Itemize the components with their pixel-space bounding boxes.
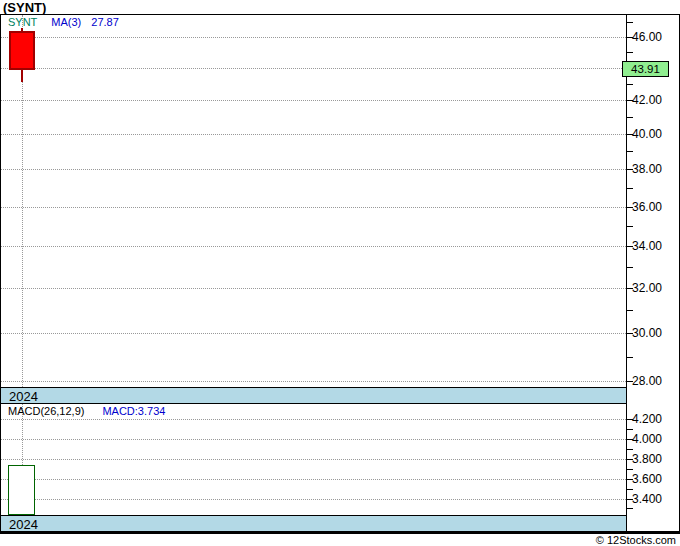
macd-bar	[8, 465, 35, 515]
chart-frame: SYNTMA(3)27.87 2024 MACD(26,12,9)MACD:3.…	[0, 14, 680, 534]
last-price-label: 43.91	[622, 61, 669, 77]
h-gridline	[1, 68, 626, 69]
h-gridline	[1, 381, 626, 382]
h-gridline	[1, 459, 626, 460]
axis-tick-label: 28.00	[632, 374, 662, 388]
axis-minor-tick	[626, 117, 633, 118]
h-gridline	[1, 169, 626, 170]
legend-ma-label: MA(3)	[51, 16, 81, 28]
axis-minor-tick	[626, 84, 633, 85]
macd-panel: MACD(26,12,9)MACD:3.734	[1, 404, 626, 515]
axis-tick-label: 3.400	[632, 492, 662, 506]
year-label: 2024	[9, 517, 38, 532]
axis-tick-label: 46.00	[632, 30, 662, 44]
h-gridline	[1, 419, 626, 420]
macd-legend: MACD(26,12,9)MACD:3.734	[8, 405, 165, 417]
footer: © 12Stocks.com	[0, 534, 676, 546]
h-gridline	[1, 479, 626, 480]
axis-minor-tick	[626, 226, 633, 227]
h-gridline	[1, 207, 626, 208]
axis-minor-tick	[626, 449, 633, 450]
axis-tick-label: 3.800	[632, 452, 662, 466]
axis-minor-tick	[626, 22, 633, 23]
page-title: (SYNT)	[3, 0, 46, 14]
h-gridline	[1, 439, 626, 440]
axis-tick-label: 40.00	[632, 127, 662, 141]
axis-tick-label: 4.200	[632, 412, 662, 426]
axis-tick-label: 30.00	[632, 326, 662, 340]
axis-minor-tick	[626, 469, 633, 470]
axis-minor-tick	[626, 508, 633, 509]
h-gridline	[1, 100, 626, 101]
axis-tick-label: 4.000	[632, 432, 662, 446]
axis-minor-tick	[626, 267, 633, 268]
year-label: 2024	[9, 389, 38, 404]
axis-tick-label: 42.00	[632, 93, 662, 107]
axis-tick-label: 38.00	[632, 162, 662, 176]
h-gridline	[1, 37, 626, 38]
h-gridline	[1, 333, 626, 334]
h-gridline	[1, 246, 626, 247]
legend-macd-value: MACD:3.734	[102, 405, 165, 417]
candle-body	[9, 31, 35, 70]
axis-minor-tick	[626, 489, 633, 490]
price-panel: SYNTMA(3)27.87	[1, 15, 626, 387]
axis-minor-tick	[626, 188, 633, 189]
axis-minor-tick	[626, 151, 633, 152]
axis-tick-label: 32.00	[632, 281, 662, 295]
axis-minor-tick	[626, 429, 633, 430]
h-gridline	[1, 288, 626, 289]
year-band-price: 2024	[1, 387, 626, 404]
axis-tick-label: 3.600	[632, 472, 662, 486]
stock-chart-page: (SYNT) SYNTMA(3)27.87 2024 MACD(26,12,9)…	[0, 0, 680, 546]
axis-tick-label: 34.00	[632, 239, 662, 253]
legend-symbol: SYNT	[8, 16, 37, 28]
axis-minor-tick	[626, 310, 633, 311]
credit-text: © 12Stocks.com	[596, 534, 676, 546]
h-gridline	[1, 134, 626, 135]
h-gridline	[1, 499, 626, 500]
axis-minor-tick	[626, 357, 633, 358]
price-legend: SYNTMA(3)27.87	[8, 16, 119, 28]
legend-macd-label: MACD(26,12,9)	[8, 405, 84, 417]
axis-minor-tick	[626, 52, 633, 53]
legend-ma-value: 27.87	[91, 16, 119, 28]
axis-tick-label: 36.00	[632, 200, 662, 214]
year-band-macd: 2024	[1, 515, 626, 531]
